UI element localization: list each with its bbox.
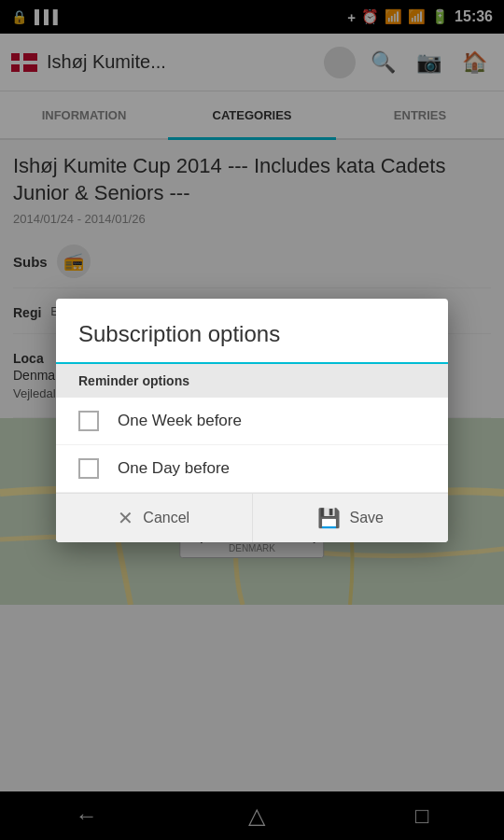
dialog-section-header: Reminder options (56, 364, 448, 398)
close-icon: ✕ (118, 507, 133, 529)
dialog-overlay: Subscription options Reminder options On… (0, 0, 504, 840)
option-one-day: One Day before (56, 445, 448, 493)
option-one-day-label: One Day before (118, 459, 230, 478)
cancel-label: Cancel (143, 510, 189, 526)
subscription-dialog: Subscription options Reminder options On… (56, 299, 448, 542)
save-label: Save (350, 510, 384, 526)
save-button[interactable]: 💾 Save (253, 494, 449, 542)
cancel-button[interactable]: ✕ Cancel (56, 494, 253, 542)
option-one-week: One Week before (56, 398, 448, 445)
checkbox-one-week[interactable] (78, 411, 99, 431)
option-one-week-label: One Week before (118, 412, 242, 430)
dialog-title: Subscription options (56, 299, 448, 364)
dialog-actions: ✕ Cancel 💾 Save (56, 493, 448, 542)
save-icon: 💾 (317, 507, 341, 529)
checkbox-one-day[interactable] (78, 458, 99, 479)
